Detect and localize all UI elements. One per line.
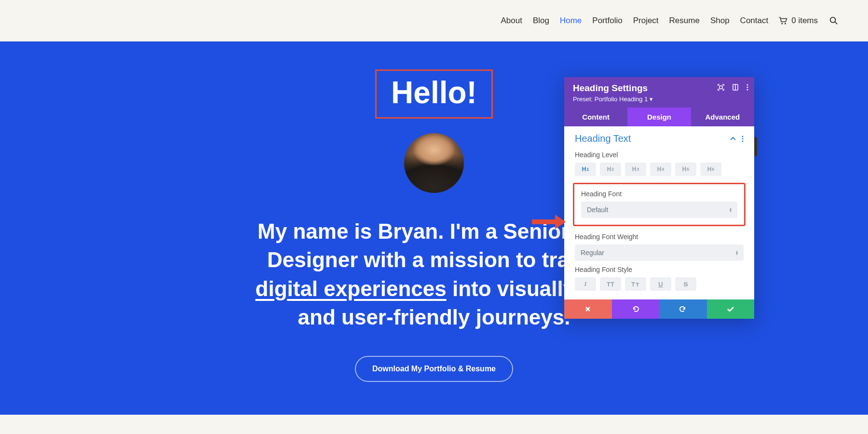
nav-resume[interactable]: Resume xyxy=(669,16,700,26)
heading-font-weight-select[interactable]: Regular ▴▾ xyxy=(575,244,744,261)
svg-point-11 xyxy=(742,138,744,139)
heading-font-value: Default xyxy=(587,206,608,214)
hello-highlight-box: Hello! xyxy=(375,69,493,119)
svg-point-10 xyxy=(742,136,744,137)
svg-point-7 xyxy=(747,84,748,86)
save-button[interactable] xyxy=(707,299,755,319)
top-nav: About Blog Home Portfolio Project Resume… xyxy=(0,0,868,41)
cart-link[interactable]: 0 items xyxy=(779,16,818,26)
heading-settings-panel: Heading Settings Preset: Portfolio Headi… xyxy=(564,77,754,319)
heading-font-style-label: Heading Font Style xyxy=(575,266,744,273)
intro-line-2: Designer with a mission to transf xyxy=(267,248,601,271)
svg-point-2 xyxy=(830,17,836,23)
style-uppercase-button[interactable]: TT xyxy=(600,277,621,291)
undo-button[interactable] xyxy=(612,299,660,319)
style-italic-button[interactable]: I xyxy=(575,277,596,291)
chevron-down-icon: ▾ xyxy=(650,95,653,103)
heading-font-select[interactable]: Default ▴▾ xyxy=(581,202,737,218)
hello-heading[interactable]: Hello! xyxy=(391,75,477,110)
select-caret-icon: ▴▾ xyxy=(736,250,738,255)
heading-level-group: H1 H2 H3 H4 H5 H6 xyxy=(575,163,744,176)
kebab-icon[interactable] xyxy=(746,84,748,91)
nav-home[interactable]: Home xyxy=(560,16,582,26)
svg-rect-4 xyxy=(719,86,722,89)
undo-icon xyxy=(632,305,639,313)
heading-level-h1[interactable]: H1 xyxy=(575,163,596,176)
tablet-icon[interactable] xyxy=(732,84,739,91)
cart-count: 0 items xyxy=(791,16,818,26)
nav-contact[interactable]: Contact xyxy=(740,16,769,26)
expand-icon[interactable] xyxy=(718,84,724,91)
panel-actions xyxy=(564,299,754,319)
svg-point-8 xyxy=(747,87,748,88)
avatar xyxy=(404,133,464,193)
heading-font-weight-value: Regular xyxy=(581,249,604,257)
intro-line-3-link: digital experiences xyxy=(256,277,447,300)
cancel-button[interactable] xyxy=(564,299,612,319)
heading-level-h6[interactable]: H6 xyxy=(700,163,721,176)
panel-preset[interactable]: Preset: Portfolio Heading 1 ▾ xyxy=(573,95,653,103)
redo-button[interactable] xyxy=(659,299,707,319)
heading-level-h3[interactable]: H3 xyxy=(625,163,646,176)
heading-font-style-group: I TT Tᴛ U S xyxy=(575,277,744,291)
search-button[interactable] xyxy=(828,15,839,26)
heading-level-h5[interactable]: H5 xyxy=(675,163,696,176)
cart-icon xyxy=(779,17,787,25)
svg-point-9 xyxy=(747,89,748,91)
style-smallcaps-button[interactable]: Tᴛ xyxy=(625,277,646,291)
nav-about[interactable]: About xyxy=(501,16,522,26)
tab-advanced[interactable]: Advanced xyxy=(691,108,754,126)
heading-level-h4[interactable]: H4 xyxy=(650,163,671,176)
heading-font-weight-label: Heading Font Weight xyxy=(575,233,744,241)
panel-header: Heading Settings Preset: Portfolio Headi… xyxy=(564,77,754,108)
heading-font-label: Heading Font xyxy=(581,190,737,198)
intro-line-4: and user-friendly journeys. xyxy=(298,305,570,329)
search-icon xyxy=(829,16,838,25)
svg-point-1 xyxy=(785,23,786,25)
redo-icon xyxy=(679,305,687,313)
intro-line-1: My name is Bryan. I'm a Senior Pro xyxy=(258,219,610,243)
tab-design[interactable]: Design xyxy=(627,108,691,126)
panel-tabs: Content Design Advanced xyxy=(564,108,754,126)
svg-line-3 xyxy=(835,22,838,25)
close-icon xyxy=(584,306,591,312)
heading-level-h2[interactable]: H2 xyxy=(600,163,621,176)
panel-body: Heading Text Heading Level H1 H2 H3 H4 H… xyxy=(564,126,754,299)
panel-preset-label: Preset: Portfolio Heading 1 xyxy=(573,95,648,103)
chevron-up-icon[interactable] xyxy=(730,137,736,141)
kebab-icon[interactable] xyxy=(742,136,744,142)
section-heading-text[interactable]: Heading Text xyxy=(575,133,631,144)
heading-level-label: Heading Level xyxy=(575,151,744,159)
svg-point-12 xyxy=(742,140,744,142)
nav-shop[interactable]: Shop xyxy=(710,16,730,26)
nav-project[interactable]: Project xyxy=(633,16,659,26)
nav-portfolio[interactable]: Portfolio xyxy=(592,16,622,26)
svg-point-0 xyxy=(781,23,783,25)
style-underline-button[interactable]: U xyxy=(650,277,671,291)
style-strikethrough-button[interactable]: S xyxy=(675,277,696,291)
select-caret-icon: ▴▾ xyxy=(730,207,732,212)
check-icon xyxy=(727,306,734,312)
panel-scrollbar[interactable] xyxy=(754,137,757,156)
nav-blog[interactable]: Blog xyxy=(533,16,549,26)
download-portfolio-button[interactable]: Download My Portfolio & Resume xyxy=(355,356,513,382)
tab-content[interactable]: Content xyxy=(564,108,627,126)
heading-font-highlight-box: Heading Font Default ▴▾ xyxy=(573,183,746,226)
